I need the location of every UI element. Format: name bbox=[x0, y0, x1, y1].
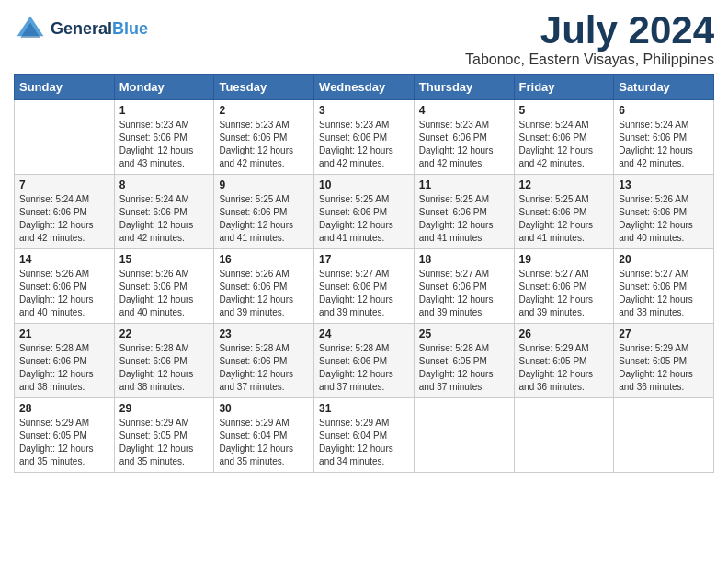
calendar-cell: 6Sunrise: 5:24 AMSunset: 6:06 PMDaylight… bbox=[614, 100, 714, 175]
day-info: Sunrise: 5:23 AMSunset: 6:06 PMDaylight:… bbox=[419, 119, 509, 170]
day-info: Sunrise: 5:28 AMSunset: 6:05 PMDaylight:… bbox=[419, 342, 509, 394]
calendar-cell: 17Sunrise: 5:27 AMSunset: 6:06 PMDayligh… bbox=[314, 249, 415, 324]
day-info: Sunrise: 5:29 AMSunset: 6:05 PMDaylight:… bbox=[19, 417, 109, 468]
calendar-cell: 28Sunrise: 5:29 AMSunset: 6:05 PMDayligh… bbox=[15, 398, 115, 473]
day-number: 26 bbox=[519, 327, 609, 340]
day-number: 16 bbox=[219, 253, 309, 266]
day-number: 28 bbox=[19, 402, 109, 415]
calendar-week-row: 21Sunrise: 5:28 AMSunset: 6:06 PMDayligh… bbox=[15, 324, 714, 398]
day-number: 9 bbox=[219, 178, 309, 191]
calendar-cell: 11Sunrise: 5:25 AMSunset: 6:06 PMDayligh… bbox=[414, 175, 514, 249]
calendar-cell: 15Sunrise: 5:26 AMSunset: 6:06 PMDayligh… bbox=[114, 249, 214, 324]
day-number: 6 bbox=[619, 104, 709, 117]
day-info: Sunrise: 5:24 AMSunset: 6:06 PMDaylight:… bbox=[519, 119, 609, 170]
day-info: Sunrise: 5:28 AMSunset: 6:06 PMDaylight:… bbox=[219, 342, 309, 394]
calendar-cell: 24Sunrise: 5:28 AMSunset: 6:06 PMDayligh… bbox=[314, 324, 415, 398]
day-of-week-header: Monday bbox=[114, 75, 214, 100]
calendar-cell: 27Sunrise: 5:29 AMSunset: 6:05 PMDayligh… bbox=[614, 324, 714, 398]
calendar-cell: 3Sunrise: 5:23 AMSunset: 6:06 PMDaylight… bbox=[314, 100, 415, 175]
day-number: 17 bbox=[319, 253, 409, 266]
calendar-cell: 4Sunrise: 5:23 AMSunset: 6:06 PMDaylight… bbox=[414, 100, 514, 175]
day-number: 25 bbox=[419, 327, 509, 340]
day-number: 13 bbox=[619, 178, 709, 191]
day-info: Sunrise: 5:29 AMSunset: 6:05 PMDaylight:… bbox=[619, 342, 709, 394]
day-number: 22 bbox=[119, 327, 210, 340]
day-number: 14 bbox=[19, 253, 109, 266]
day-info: Sunrise: 5:29 AMSunset: 6:04 PMDaylight:… bbox=[319, 417, 409, 468]
logo-text-line1: GeneralBlue bbox=[51, 20, 148, 39]
calendar-cell: 5Sunrise: 5:24 AMSunset: 6:06 PMDaylight… bbox=[514, 100, 614, 175]
day-number: 11 bbox=[419, 178, 509, 191]
logo-icon bbox=[14, 13, 47, 46]
day-info: Sunrise: 5:29 AMSunset: 6:05 PMDaylight:… bbox=[119, 417, 210, 468]
calendar-cell: 19Sunrise: 5:27 AMSunset: 6:06 PMDayligh… bbox=[514, 249, 614, 324]
calendar-cell: 29Sunrise: 5:29 AMSunset: 6:05 PMDayligh… bbox=[114, 398, 214, 473]
day-info: Sunrise: 5:25 AMSunset: 6:06 PMDaylight:… bbox=[219, 193, 309, 245]
day-info: Sunrise: 5:29 AMSunset: 6:04 PMDaylight:… bbox=[219, 417, 309, 468]
day-number: 1 bbox=[119, 104, 210, 117]
day-number: 29 bbox=[119, 402, 210, 415]
day-of-week-header: Saturday bbox=[614, 75, 714, 100]
day-number: 20 bbox=[619, 253, 709, 266]
day-info: Sunrise: 5:25 AMSunset: 6:06 PMDaylight:… bbox=[419, 193, 509, 245]
calendar-cell: 7Sunrise: 5:24 AMSunset: 6:06 PMDaylight… bbox=[15, 175, 115, 249]
day-info: Sunrise: 5:24 AMSunset: 6:06 PMDaylight:… bbox=[619, 119, 709, 170]
calendar-cell: 23Sunrise: 5:28 AMSunset: 6:06 PMDayligh… bbox=[214, 324, 314, 398]
calendar-cell: 30Sunrise: 5:29 AMSunset: 6:04 PMDayligh… bbox=[214, 398, 314, 473]
day-number: 31 bbox=[319, 402, 409, 415]
calendar-cell bbox=[614, 398, 714, 473]
day-number: 5 bbox=[519, 104, 609, 117]
day-number: 18 bbox=[419, 253, 509, 266]
day-info: Sunrise: 5:24 AMSunset: 6:06 PMDaylight:… bbox=[119, 193, 210, 245]
day-number: 23 bbox=[219, 327, 309, 340]
calendar-cell: 16Sunrise: 5:26 AMSunset: 6:06 PMDayligh… bbox=[214, 249, 314, 324]
calendar-cell: 22Sunrise: 5:28 AMSunset: 6:06 PMDayligh… bbox=[114, 324, 214, 398]
calendar-cell: 21Sunrise: 5:28 AMSunset: 6:06 PMDayligh… bbox=[15, 324, 115, 398]
day-info: Sunrise: 5:25 AMSunset: 6:06 PMDaylight:… bbox=[519, 193, 609, 245]
calendar-week-row: 1Sunrise: 5:23 AMSunset: 6:06 PMDaylight… bbox=[15, 100, 714, 175]
day-info: Sunrise: 5:29 AMSunset: 6:05 PMDaylight:… bbox=[519, 342, 609, 394]
calendar-cell: 13Sunrise: 5:26 AMSunset: 6:06 PMDayligh… bbox=[614, 175, 714, 249]
day-info: Sunrise: 5:28 AMSunset: 6:06 PMDaylight:… bbox=[319, 342, 409, 394]
calendar-cell: 31Sunrise: 5:29 AMSunset: 6:04 PMDayligh… bbox=[314, 398, 415, 473]
day-info: Sunrise: 5:23 AMSunset: 6:06 PMDaylight:… bbox=[119, 119, 210, 170]
day-of-week-header: Wednesday bbox=[314, 75, 415, 100]
calendar-week-row: 7Sunrise: 5:24 AMSunset: 6:06 PMDaylight… bbox=[15, 175, 714, 249]
day-info: Sunrise: 5:27 AMSunset: 6:06 PMDaylight:… bbox=[519, 268, 609, 319]
calendar-cell: 18Sunrise: 5:27 AMSunset: 6:06 PMDayligh… bbox=[414, 249, 514, 324]
logo-text-line2: Blue bbox=[112, 19, 148, 38]
calendar-header-row: SundayMondayTuesdayWednesdayThursdayFrid… bbox=[15, 75, 714, 100]
day-number: 7 bbox=[19, 178, 109, 191]
day-number: 8 bbox=[119, 178, 210, 191]
calendar-cell: 14Sunrise: 5:26 AMSunset: 6:06 PMDayligh… bbox=[15, 249, 115, 324]
day-number: 27 bbox=[619, 327, 709, 340]
day-number: 24 bbox=[319, 327, 409, 340]
calendar-week-row: 28Sunrise: 5:29 AMSunset: 6:05 PMDayligh… bbox=[15, 398, 714, 473]
day-info: Sunrise: 5:24 AMSunset: 6:06 PMDaylight:… bbox=[19, 193, 109, 245]
day-info: Sunrise: 5:23 AMSunset: 6:06 PMDaylight:… bbox=[219, 119, 309, 170]
calendar-cell: 12Sunrise: 5:25 AMSunset: 6:06 PMDayligh… bbox=[514, 175, 614, 249]
calendar-cell: 10Sunrise: 5:25 AMSunset: 6:06 PMDayligh… bbox=[314, 175, 415, 249]
calendar-table: SundayMondayTuesdayWednesdayThursdayFrid… bbox=[14, 74, 714, 473]
day-info: Sunrise: 5:26 AMSunset: 6:06 PMDaylight:… bbox=[219, 268, 309, 319]
calendar-cell: 26Sunrise: 5:29 AMSunset: 6:05 PMDayligh… bbox=[514, 324, 614, 398]
day-info: Sunrise: 5:28 AMSunset: 6:06 PMDaylight:… bbox=[119, 342, 210, 394]
calendar-cell bbox=[414, 398, 514, 473]
day-number: 2 bbox=[219, 104, 309, 117]
day-number: 4 bbox=[419, 104, 509, 117]
day-info: Sunrise: 5:27 AMSunset: 6:06 PMDaylight:… bbox=[419, 268, 509, 319]
day-info: Sunrise: 5:23 AMSunset: 6:06 PMDaylight:… bbox=[319, 119, 409, 170]
calendar-cell: 20Sunrise: 5:27 AMSunset: 6:06 PMDayligh… bbox=[614, 249, 714, 324]
day-info: Sunrise: 5:25 AMSunset: 6:06 PMDaylight:… bbox=[319, 193, 409, 245]
day-info: Sunrise: 5:27 AMSunset: 6:06 PMDaylight:… bbox=[319, 268, 409, 319]
day-of-week-header: Sunday bbox=[15, 75, 115, 100]
header: GeneralBlue July 2024 Tabonoc, Eastern V… bbox=[14, 9, 714, 68]
calendar-cell bbox=[15, 100, 115, 175]
calendar-week-row: 14Sunrise: 5:26 AMSunset: 6:06 PMDayligh… bbox=[15, 249, 714, 324]
location-subtitle: Tabonoc, Eastern Visayas, Philippines bbox=[465, 52, 714, 68]
logo: GeneralBlue bbox=[14, 13, 148, 46]
day-of-week-header: Tuesday bbox=[214, 75, 314, 100]
calendar-cell: 25Sunrise: 5:28 AMSunset: 6:05 PMDayligh… bbox=[414, 324, 514, 398]
day-info: Sunrise: 5:26 AMSunset: 6:06 PMDaylight:… bbox=[619, 193, 709, 245]
calendar-cell: 8Sunrise: 5:24 AMSunset: 6:06 PMDaylight… bbox=[114, 175, 214, 249]
